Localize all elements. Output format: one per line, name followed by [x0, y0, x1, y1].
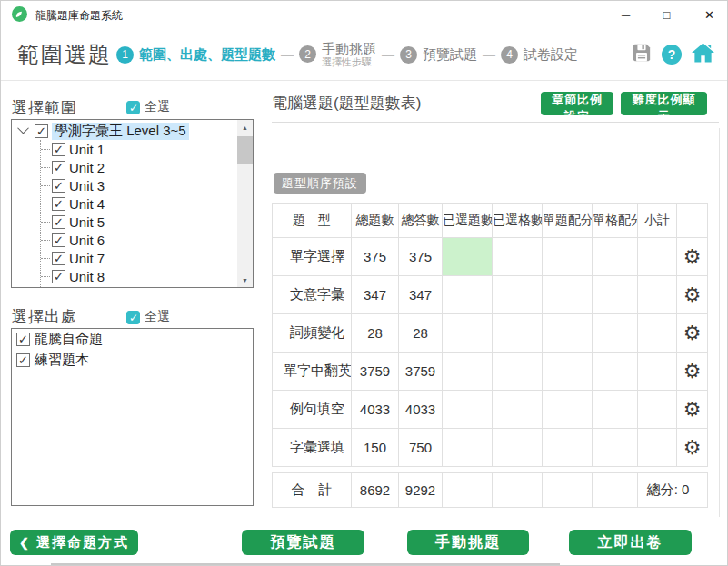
- tree-unit-item[interactable]: Unit 1: [41, 140, 253, 158]
- maximize-button[interactable]: □: [646, 1, 687, 28]
- tree-root-checkbox[interactable]: [35, 124, 48, 138]
- unit-checkbox[interactable]: [52, 143, 65, 156]
- table-row: 詞頻變化 28 28: [273, 314, 708, 353]
- tree-unit-item[interactable]: Unit 4: [41, 194, 253, 213]
- unit-label: Unit 2: [65, 160, 105, 175]
- step-4-label: 試卷設定: [524, 46, 578, 64]
- gear-icon[interactable]: [683, 323, 702, 343]
- unit-checkbox[interactable]: [52, 215, 65, 229]
- tree-unit-item[interactable]: Unit 9: [41, 285, 253, 288]
- total-score: 總分: 0: [638, 473, 708, 508]
- gear-icon[interactable]: [683, 400, 702, 420]
- selected-grid-cell[interactable]: [493, 276, 543, 314]
- unit-checkbox[interactable]: [52, 179, 65, 193]
- tree-unit-item[interactable]: Unit 3: [41, 176, 253, 194]
- type-order-preset-button[interactable]: 題型順序預設: [274, 173, 366, 194]
- row-settings: [677, 429, 708, 467]
- score-per-question-cell[interactable]: [543, 391, 593, 429]
- step-4-paper-settings[interactable]: 4 試卷設定: [501, 46, 578, 64]
- summary-empty-cell: [443, 473, 493, 508]
- preview-questions-button[interactable]: 預覽試題: [242, 530, 364, 555]
- step-3-preview[interactable]: 3 預覽試題: [400, 46, 477, 64]
- score-per-grid-cell[interactable]: [593, 429, 638, 467]
- page-title: 範圍選題: [17, 40, 112, 69]
- selected-count-cell[interactable]: [443, 276, 493, 314]
- score-per-grid-cell[interactable]: [593, 391, 638, 429]
- main-panel-title: 電腦選題(題型題數表): [272, 93, 421, 114]
- difficulty-ratio-button[interactable]: 難度比例顯示: [621, 92, 707, 115]
- source-item[interactable]: 練習題本: [12, 350, 253, 371]
- selected-count-cell[interactable]: [443, 353, 493, 391]
- score-per-grid-cell[interactable]: [593, 238, 638, 276]
- score-per-grid-cell[interactable]: [593, 353, 638, 391]
- range-select-all-checkbox[interactable]: [126, 101, 140, 114]
- unit-checkbox[interactable]: [52, 233, 65, 247]
- score-per-question-cell[interactable]: [543, 314, 593, 353]
- tree-unit-item[interactable]: Unit 5: [41, 213, 253, 231]
- table-row: 單字中翻英 3759 3759: [273, 353, 708, 391]
- selected-grid-cell[interactable]: [493, 391, 543, 429]
- unit-checkbox[interactable]: [52, 252, 65, 265]
- unit-label: Unit 9: [65, 287, 105, 289]
- manual-pick-button[interactable]: 手動挑題: [407, 530, 529, 555]
- unit-checkbox[interactable]: [52, 288, 65, 289]
- gear-icon[interactable]: [683, 285, 702, 305]
- minimize-button[interactable]: ─: [605, 1, 646, 28]
- home-icon[interactable]: [692, 43, 714, 66]
- total-questions: 4033: [352, 391, 399, 429]
- page-header: 範圍選題 1 範圍、出處、題型題數 2 手動挑題 選擇性步驟 3 預覽試題 4: [1, 28, 727, 81]
- type-name: 單字選擇: [273, 238, 352, 276]
- tree-unit-item[interactable]: Unit 2: [41, 158, 253, 176]
- selected-count-cell-active[interactable]: [443, 238, 493, 276]
- unit-checkbox[interactable]: [52, 197, 65, 211]
- chapter-ratio-button[interactable]: 章節比例設定: [541, 92, 613, 115]
- row-settings: [677, 276, 708, 314]
- unit-checkbox[interactable]: [52, 270, 65, 283]
- tree-scrollbar[interactable]: ▲ ▼: [237, 120, 253, 287]
- unit-checkbox[interactable]: [52, 161, 65, 174]
- scrollbar-thumb[interactable]: [237, 136, 253, 164]
- range-select-all[interactable]: 全選: [126, 99, 170, 115]
- score-per-question-cell[interactable]: [543, 238, 593, 276]
- step-2-sublabel: 選擇性步驟: [322, 56, 376, 68]
- scroll-down-icon[interactable]: ▼: [237, 273, 253, 287]
- total-answers: 4033: [399, 391, 443, 429]
- chevron-down-icon[interactable]: [17, 122, 29, 134]
- scroll-up-icon[interactable]: ▲: [237, 120, 253, 134]
- source-select-all[interactable]: 全選: [126, 309, 170, 325]
- help-icon[interactable]: ?: [662, 45, 682, 65]
- tree-unit-item[interactable]: Unit 8: [41, 267, 253, 285]
- score-per-question-cell[interactable]: [543, 353, 593, 391]
- score-per-question-cell[interactable]: [543, 276, 593, 314]
- save-icon[interactable]: [632, 43, 652, 66]
- step-2-manual-pick[interactable]: 2 手動挑題 選擇性步驟: [299, 41, 376, 68]
- col-header: 已選題數: [443, 204, 493, 238]
- close-button[interactable]: ✕: [689, 1, 728, 28]
- source-checkbox[interactable]: [16, 353, 30, 367]
- summary-table: 合 計 8692 9292 總分: 0: [272, 472, 708, 508]
- total-questions: 375: [352, 238, 399, 276]
- selected-grid-cell[interactable]: [493, 429, 543, 467]
- selected-count-cell[interactable]: [443, 314, 493, 353]
- selected-grid-cell[interactable]: [493, 314, 543, 353]
- source-select-all-checkbox[interactable]: [126, 311, 140, 324]
- score-per-grid-cell[interactable]: [593, 276, 638, 314]
- source-item[interactable]: 龍騰自命題: [12, 329, 253, 350]
- type-name: 例句填空: [273, 391, 352, 429]
- generate-paper-button[interactable]: 立即出卷: [569, 530, 692, 555]
- score-per-grid-cell[interactable]: [593, 314, 638, 353]
- gear-icon[interactable]: [683, 362, 702, 382]
- selected-count-cell[interactable]: [443, 429, 493, 467]
- tree-unit-item[interactable]: Unit 6: [41, 231, 253, 249]
- gear-icon[interactable]: [683, 438, 702, 458]
- source-checkbox[interactable]: [16, 333, 30, 346]
- selected-count-cell[interactable]: [443, 391, 493, 429]
- tree-node-root[interactable]: 學測字彙王 Level 3~5: [15, 122, 253, 140]
- back-to-mode-button[interactable]: ❮ 選擇命題方式: [10, 530, 138, 555]
- step-1-range[interactable]: 1 範圍、出處、題型題數: [116, 46, 275, 64]
- tree-unit-item[interactable]: Unit 7: [41, 249, 253, 267]
- selected-grid-cell[interactable]: [493, 353, 543, 391]
- score-per-question-cell[interactable]: [543, 429, 593, 467]
- gear-icon[interactable]: [683, 247, 702, 267]
- selected-grid-cell[interactable]: [493, 238, 543, 276]
